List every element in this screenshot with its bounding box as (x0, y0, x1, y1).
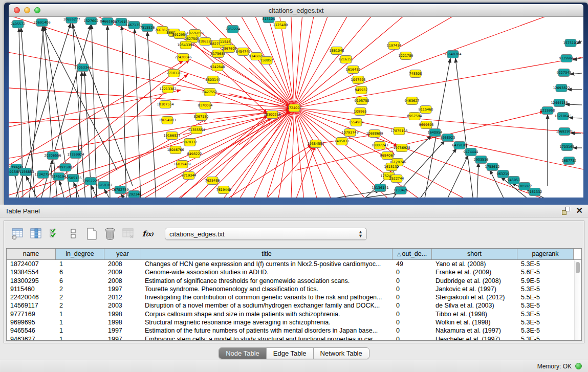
graph-node[interactable]: 1197434 (387, 42, 402, 50)
table-cell[interactable]: 2008 (104, 260, 141, 268)
graph-node[interactable]: 17875105 (390, 127, 407, 135)
table-cell[interactable]: Stergiakouli et al. (2012) (432, 293, 517, 301)
graph-node[interactable]: 10793749 (341, 129, 358, 137)
table-cell[interactable]: 1 (56, 326, 104, 335)
graph-node[interactable]: 2718126 (167, 70, 182, 77)
graph-node[interactable]: 8957594 (407, 113, 422, 120)
graph-node[interactable]: 1861048 (330, 47, 344, 55)
table-cell[interactable]: 18724007 (7, 260, 56, 268)
table-row[interactable]: 977716911998Corpus callosum shape and si… (7, 310, 581, 318)
graph-node[interactable]: 1221789 (399, 52, 413, 60)
graph-node[interactable]: 2933516 (474, 156, 489, 164)
new-column-icon[interactable] (84, 226, 99, 242)
table-cell[interactable]: 1998 (104, 318, 141, 326)
graph-node[interactable]: 6479197 (452, 142, 467, 149)
graph-node[interactable]: 29053346 (74, 64, 91, 72)
table-cell[interactable]: 9115460 (7, 285, 56, 293)
table-cell[interactable]: 9463627 (7, 335, 56, 341)
column-header-name[interactable]: name (7, 249, 56, 259)
graph-node[interactable]: 8958923 (441, 134, 455, 142)
table-cell[interactable]: 0 (393, 277, 432, 285)
table-cell[interactable]: 0 (393, 293, 432, 301)
table-selector-dropdown[interactable]: citations_edges.txt ▲▼ (165, 228, 367, 240)
table-cell[interactable]: 5.3E-5 (517, 318, 574, 326)
graph-node[interactable]: 1733426 (394, 187, 408, 194)
graph-node[interactable]: 20691406 (33, 19, 50, 27)
graph-node[interactable]: 8454749 (236, 48, 251, 56)
graph-node[interactable]: 1292344 (127, 191, 142, 198)
table-row[interactable]: 1938455462009Genome-wide association stu… (7, 268, 581, 276)
graph-node[interactable]: 19166827 (163, 132, 180, 140)
tab-network-table[interactable]: Network Table (314, 348, 369, 359)
table-cell[interactable]: Franke et al. (2009) (432, 268, 517, 276)
graph-node[interactable]: 158857 (260, 57, 273, 64)
table-cell[interactable]: 1 (56, 318, 104, 326)
graph-node[interactable]: 8427552 (203, 89, 217, 96)
graph-node[interactable]: 90975887 (57, 164, 74, 171)
graph-node[interactable]: 1125489 (273, 21, 288, 29)
graph-node[interactable]: 16210645 (554, 113, 571, 120)
graph-node[interactable]: 9719344 (182, 172, 197, 180)
table-row[interactable]: 1872400712008Changes of HCN gene express… (7, 260, 581, 268)
graph-node[interactable]: 9463627 (405, 97, 420, 105)
graph-node[interactable]: 1615132 (384, 163, 399, 171)
graph-node[interactable]: 1703165 (560, 143, 575, 151)
graph-node[interactable]: 9474444 (464, 148, 478, 156)
table-cell[interactable]: 1997 (104, 326, 141, 335)
table-cell[interactable]: 9465546 (7, 326, 56, 335)
show-columns-icon[interactable] (29, 226, 44, 242)
table-row[interactable]: 969969511998Structural magnetic resonanc… (7, 318, 581, 326)
float-panel-icon[interactable] (562, 207, 570, 215)
table-cell[interactable]: 2003 (104, 301, 141, 310)
table-cell[interactable]: 0 (393, 301, 432, 310)
select-columns-icon[interactable] (47, 226, 62, 242)
table-cell[interactable]: 1997 (104, 285, 141, 293)
table-cell[interactable]: 0 (393, 335, 432, 341)
graph-node[interactable]: 8170064 (198, 102, 213, 110)
graph-node[interactable]: 18107554 (157, 101, 173, 108)
graph-node[interactable]: 2522744 (389, 175, 404, 183)
graph-node[interactable]: 1575107 (563, 39, 578, 47)
table-row[interactable]: 911546021997Tourette syndrome. Phenomeno… (7, 285, 581, 293)
table-cell[interactable]: Corpus callosum shape and size in male p… (141, 310, 393, 318)
table-cell[interactable]: Tourette syndrome. Phenomenology and cla… (141, 285, 393, 293)
table-cell[interactable]: Jankovic et al. (1997) (432, 285, 517, 293)
tab-edge-table[interactable]: Edge Table (267, 348, 314, 359)
table-cell[interactable]: 49 (393, 260, 432, 268)
table-cell[interactable]: Nakamura et al. (1997) (432, 326, 517, 335)
table-cell[interactable]: 0 (393, 318, 432, 326)
table-row[interactable]: 2242004622012Investigating the contribut… (7, 293, 581, 301)
table-cell[interactable]: 5.3E-5 (517, 335, 574, 341)
graph-node[interactable]: 8267130 (194, 113, 209, 121)
table-row[interactable]: 946554611997Estimation of the future num… (7, 326, 581, 335)
graph-node[interactable]: 1216155 (339, 56, 354, 63)
graph-node[interactable]: 9242848 (210, 63, 225, 71)
table-cell[interactable]: Yano et al. (2008) (432, 260, 517, 268)
graph-node[interactable]: 1047493 (351, 76, 366, 84)
column-header-out_de[interactable]: △out_de... (393, 249, 432, 259)
table-cell[interactable]: 5.3E-5 (517, 301, 574, 310)
table-cell[interactable]: Changes of HCN gene expression and I(f) … (141, 260, 393, 268)
table-cell[interactable]: 9699695 (7, 318, 56, 326)
delete-table-icon[interactable] (121, 226, 136, 242)
close-panel-icon[interactable]: ✕ (576, 207, 583, 215)
graph-node[interactable]: 9161332 (528, 188, 542, 196)
graph-node[interactable]: 1640954 (428, 129, 443, 137)
graph-node[interactable]: 7625486 (205, 177, 220, 185)
graph-node[interactable]: 9129966 (559, 55, 574, 62)
row-height-icon[interactable] (66, 226, 81, 242)
table-vertical-scrollbar[interactable] (574, 260, 581, 340)
memory-status-icon[interactable] (575, 363, 582, 369)
graph-node[interactable]: 8215958 (540, 107, 555, 115)
table-cell[interactable]: 0 (393, 310, 432, 318)
function-builder-icon[interactable]: f(x) (139, 226, 157, 242)
graph-node[interactable]: 10688609 (366, 130, 383, 138)
graph-node[interactable]: 8878332 (183, 139, 198, 146)
window-titlebar[interactable]: citations_edges.txt (9, 4, 583, 17)
graph-node[interactable]: 2405572 (11, 20, 26, 28)
graph-node[interactable]: 18807243 (371, 142, 388, 149)
graph-node[interactable]: 748508 (409, 70, 422, 78)
column-header-pagerank[interactable]: pagerank (517, 249, 574, 259)
graph-node[interactable]: 1554907 (349, 119, 364, 126)
graph-node[interactable]: 12093822 (553, 84, 570, 92)
